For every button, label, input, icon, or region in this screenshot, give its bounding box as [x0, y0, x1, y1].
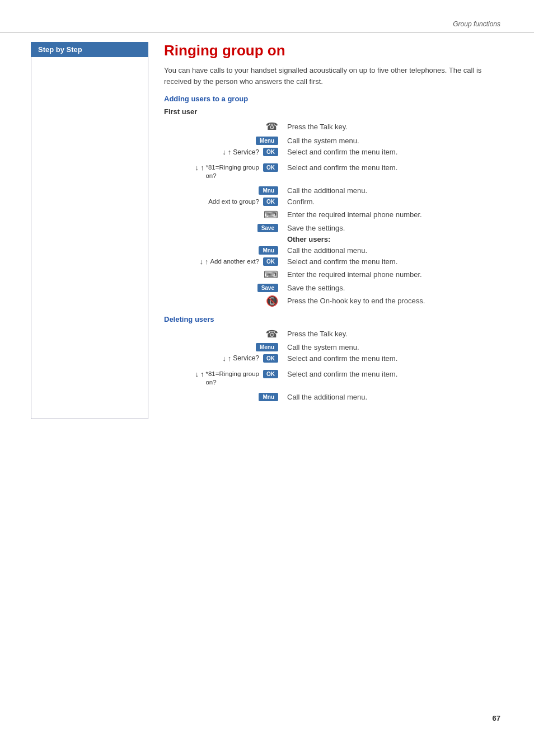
- save-btn-1[interactable]: Save: [257, 224, 278, 232]
- mnu-btn-1[interactable]: Mnu: [259, 186, 278, 195]
- page-number: 67: [493, 714, 500, 722]
- ringing-label-del: *81=Ringing groupon?: [205, 370, 259, 387]
- step-service-del: ↓ ↑ Service? OK Select and confirm the m…: [164, 354, 503, 363]
- step-menu-1: Menu Call the system menu.: [164, 137, 503, 145]
- step-ringing-on-1: ↓ ↑ *81=Ringing groupon? OK Select and c…: [164, 162, 503, 180]
- arrow-down-icon-del-2: ↓: [195, 370, 199, 378]
- subsection-deleting: Deleting users: [164, 315, 503, 323]
- add-another-ext-label: Add another ext?: [210, 258, 259, 265]
- ok-btn-2[interactable]: OK: [263, 163, 278, 172]
- step-by-step-header: Step by Step: [31, 42, 148, 57]
- keypad-icon-1: ⌨: [264, 209, 278, 221]
- onhook-icon: 📵: [266, 295, 278, 307]
- step-desc-add-another: Select and confirm the menu item.: [282, 257, 397, 266]
- step-desc-service-del: Select and confirm the menu item.: [282, 354, 397, 363]
- menu-btn-1[interactable]: Menu: [256, 137, 278, 145]
- step-desc-keypad-1: Enter the required internal phone number…: [282, 210, 422, 219]
- talk-key-icon-1: ☎: [266, 120, 278, 133]
- step-desc-mnu-1: Call the additional menu.: [282, 186, 367, 195]
- subsection-adding: Adding users to a group: [164, 95, 503, 103]
- intro-text: You can have calls to your handset signa…: [164, 65, 503, 87]
- page-header-label: Group functions: [453, 20, 500, 28]
- step-save-2: Save Save the settings.: [164, 284, 503, 292]
- mnu-btn-del[interactable]: Mnu: [259, 393, 278, 401]
- arrow-up-icon-del-1: ↑: [228, 354, 232, 363]
- step-desc-service-1: Select and confirm the menu item.: [282, 148, 397, 156]
- mnu-btn-2[interactable]: Mnu: [259, 246, 278, 255]
- step-menu-del: Menu Call the system menu.: [164, 343, 503, 351]
- service-label-1: Service?: [233, 148, 259, 156]
- step-save-1: Save Save the settings.: [164, 224, 503, 232]
- arrow-down-icon-1: ↓: [222, 148, 226, 156]
- step-desc-talk-del: Press the Talk key.: [282, 330, 348, 338]
- arrow-down-icon-3: ↓: [199, 257, 203, 266]
- add-ext-label: Add ext to group?: [208, 198, 259, 205]
- step-desc-mnu-2: Call the additional menu.: [282, 246, 367, 255]
- step-desc-onhook: Press the On-hook key to end the process…: [282, 297, 425, 305]
- step-desc-keypad-2: Enter the required internal phone number…: [282, 270, 422, 279]
- step-add-another-ext: ↓ ↑ Add another ext? OK Select and confi…: [164, 257, 503, 266]
- other-users-label: Other users:: [164, 235, 503, 243]
- first-user-label: First user: [164, 107, 503, 116]
- step-mnu-del: Mnu Call the additional menu.: [164, 393, 503, 401]
- step-keypad-1: ⌨ Enter the required internal phone numb…: [164, 209, 503, 221]
- ok-btn-del-2[interactable]: OK: [263, 370, 278, 378]
- step-ringing-on-del: ↓ ↑ *81=Ringing groupon? OK Select and c…: [164, 369, 503, 387]
- step-desc-ringing-del: Select and confirm the menu item.: [282, 369, 397, 378]
- save-btn-2[interactable]: Save: [257, 284, 278, 292]
- keypad-icon-2: ⌨: [264, 269, 278, 281]
- ok-btn-3[interactable]: OK: [263, 198, 278, 206]
- step-talk-key-1: ☎ Press the Talk key.: [164, 119, 503, 134]
- arrow-down-icon-del-1: ↓: [222, 354, 226, 363]
- arrow-down-icon-2: ↓: [195, 163, 199, 172]
- arrow-up-icon-del-2: ↑: [200, 370, 204, 378]
- step-talk-key-del: ☎ Press the Talk key.: [164, 328, 503, 340]
- step-add-ext: Add ext to group? OK Confirm.: [164, 198, 503, 206]
- ok-btn-del-1[interactable]: OK: [263, 354, 278, 363]
- step-mnu-2: Mnu Call the additional menu.: [164, 246, 503, 255]
- arrow-up-icon-1: ↑: [228, 148, 232, 156]
- ok-btn-4[interactable]: OK: [263, 257, 278, 266]
- step-mnu-1: Mnu Call the additional menu.: [164, 186, 503, 195]
- arrow-up-icon-3: ↑: [205, 257, 209, 266]
- step-desc-save-2: Save the settings.: [282, 284, 345, 292]
- service-label-del: Service?: [233, 354, 259, 362]
- step-desc-mnu-del: Call the additional menu.: [282, 393, 367, 401]
- step-desc-ringing-1: Select and confirm the menu item.: [282, 162, 397, 172]
- step-keypad-2: ⌨ Enter the required internal phone numb…: [164, 269, 503, 281]
- step-by-step-panel: Step by Step: [31, 42, 148, 404]
- arrow-up-icon-2: ↑: [200, 163, 204, 172]
- section-title: Ringing group on: [164, 42, 503, 59]
- step-service-1: ↓ ↑ Service? OK Select and confirm the m…: [164, 148, 503, 156]
- ok-btn-1[interactable]: OK: [263, 148, 278, 156]
- content-col: Ringing group on You can have calls to y…: [148, 42, 503, 404]
- step-desc-menu-del: Call the system menu.: [282, 343, 359, 351]
- menu-btn-del[interactable]: Menu: [256, 343, 278, 351]
- step-desc-save-1: Save the settings.: [282, 224, 345, 232]
- step-desc-menu-1: Call the system menu.: [282, 137, 359, 145]
- ringing-label-1: *81=Ringing groupon?: [205, 163, 259, 180]
- step-desc-talk-1: Press the Talk key.: [282, 123, 348, 131]
- step-onhook: 📵 Press the On-hook key to end the proce…: [164, 295, 503, 307]
- talk-key-icon-del: ☎: [266, 328, 278, 340]
- step-desc-add-ext: Confirm.: [282, 198, 315, 206]
